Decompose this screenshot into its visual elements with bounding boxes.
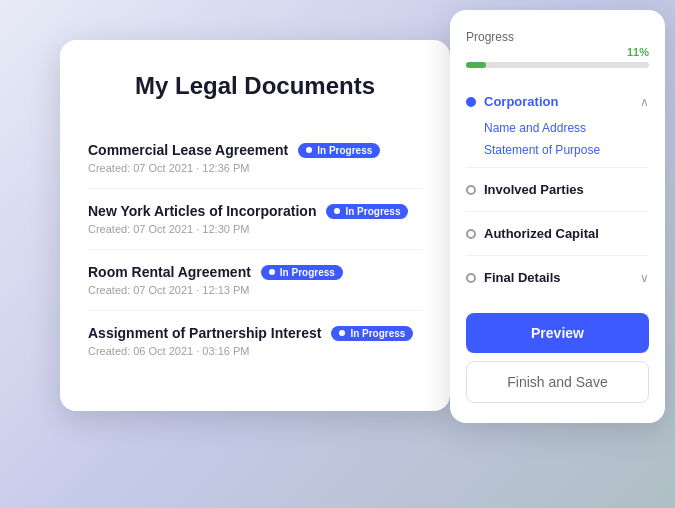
section-title-corporation: Corporation <box>484 94 558 109</box>
badge-dot-icon <box>334 208 340 214</box>
doc-name: Commercial Lease Agreement <box>88 142 288 158</box>
section-title-authorized_capital: Authorized Capital <box>484 226 599 241</box>
page-title: My Legal Documents <box>88 72 422 100</box>
section-item-corporation: Corporation ∧ Name and AddressStatement … <box>466 86 649 168</box>
doc-meta: Created: 07 Oct 2021 · 12:30 PM <box>88 223 422 235</box>
list-item[interactable]: Assignment of Partnership Interest In Pr… <box>88 311 422 371</box>
badge-dot-icon <box>339 330 345 336</box>
sections-list: Corporation ∧ Name and AddressStatement … <box>466 86 649 293</box>
chevron-corporation-icon: ∧ <box>640 95 649 109</box>
status-badge: In Progress <box>261 265 343 280</box>
status-badge: In Progress <box>326 204 408 219</box>
progress-bar-container <box>466 62 649 68</box>
section-dot-authorized_capital <box>466 229 476 239</box>
progress-percent: 11% <box>627 46 649 58</box>
section-dot-final_details <box>466 273 476 283</box>
section-dot-corporation <box>466 97 476 107</box>
badge-dot-icon <box>269 269 275 275</box>
doc-meta: Created: 06 Oct 2021 · 03:16 PM <box>88 345 422 357</box>
main-card: My Legal Documents Commercial Lease Agre… <box>60 40 450 411</box>
sub-item[interactable]: Statement of Purpose <box>484 139 649 161</box>
progress-section: Progress 11% <box>466 30 649 68</box>
sub-items-corporation: Name and AddressStatement of Purpose <box>466 117 649 161</box>
section-header-corporation[interactable]: Corporation ∧ <box>466 86 649 117</box>
doc-name: New York Articles of Incorporation <box>88 203 316 219</box>
section-header-authorized_capital[interactable]: Authorized Capital <box>466 218 649 249</box>
section-header-involved_parties[interactable]: Involved Parties <box>466 174 649 205</box>
status-badge: In Progress <box>331 326 413 341</box>
section-item-involved_parties: Involved Parties <box>466 174 649 212</box>
list-item[interactable]: Room Rental Agreement In Progress Create… <box>88 250 422 311</box>
right-panel: Progress 11% Corporation ∧ Name and Addr… <box>450 10 665 423</box>
finish-save-button[interactable]: Finish and Save <box>466 361 649 403</box>
doc-meta: Created: 07 Oct 2021 · 12:13 PM <box>88 284 422 296</box>
section-divider <box>466 211 649 212</box>
status-badge: In Progress <box>298 143 380 158</box>
sub-item[interactable]: Name and Address <box>484 117 649 139</box>
progress-bar-fill <box>466 62 486 68</box>
badge-dot-icon <box>306 147 312 153</box>
progress-label: Progress <box>466 30 649 44</box>
section-title-involved_parties: Involved Parties <box>484 182 584 197</box>
section-item-authorized_capital: Authorized Capital <box>466 218 649 256</box>
section-header-final_details[interactable]: Final Details ∨ <box>466 262 649 293</box>
list-item[interactable]: Commercial Lease Agreement In Progress C… <box>88 128 422 189</box>
doc-name: Room Rental Agreement <box>88 264 251 280</box>
section-divider <box>466 255 649 256</box>
list-item[interactable]: New York Articles of Incorporation In Pr… <box>88 189 422 250</box>
section-title-final_details: Final Details <box>484 270 561 285</box>
section-item-final_details: Final Details ∨ <box>466 262 649 293</box>
section-dot-involved_parties <box>466 185 476 195</box>
preview-button[interactable]: Preview <box>466 313 649 353</box>
doc-meta: Created: 07 Oct 2021 · 12:36 PM <box>88 162 422 174</box>
doc-name: Assignment of Partnership Interest <box>88 325 321 341</box>
section-divider <box>466 167 649 168</box>
chevron-final_details-icon: ∨ <box>640 271 649 285</box>
document-list: Commercial Lease Agreement In Progress C… <box>88 128 422 371</box>
